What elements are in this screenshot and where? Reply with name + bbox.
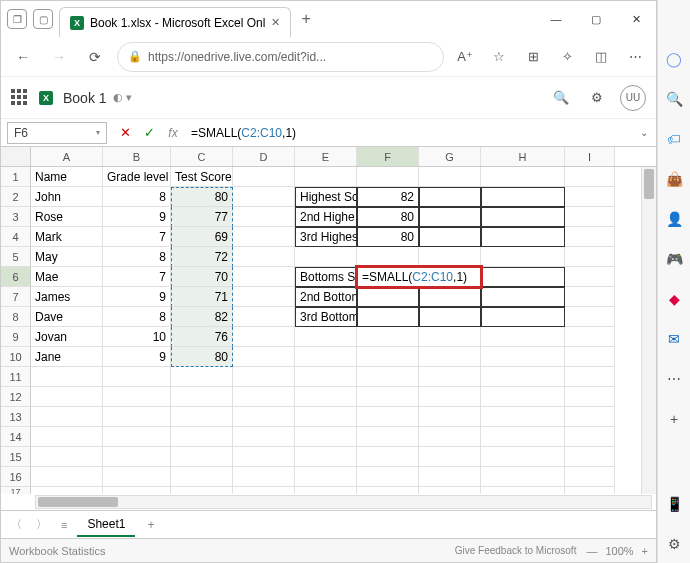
cell[interactable] xyxy=(419,247,481,267)
back-button[interactable]: ← xyxy=(9,43,37,71)
cell[interactable] xyxy=(233,227,295,247)
cell[interactable] xyxy=(103,467,171,487)
cell[interactable]: James xyxy=(31,287,103,307)
cell[interactable] xyxy=(481,447,565,467)
cell[interactable] xyxy=(481,227,565,247)
cell[interactable] xyxy=(419,207,481,227)
cell[interactable] xyxy=(565,327,615,347)
games-icon[interactable]: 🎮 xyxy=(665,250,683,268)
row-header[interactable]: 10 xyxy=(1,347,31,367)
cell[interactable] xyxy=(481,367,565,387)
cell[interactable] xyxy=(295,467,357,487)
cell[interactable] xyxy=(233,487,295,494)
cell[interactable] xyxy=(481,247,565,267)
cell[interactable]: 80 xyxy=(171,187,233,207)
cell[interactable] xyxy=(481,387,565,407)
collections-icon[interactable]: ✧ xyxy=(554,44,580,70)
cell[interactable] xyxy=(233,427,295,447)
row-header[interactable]: 13 xyxy=(1,407,31,427)
cell[interactable] xyxy=(357,387,419,407)
cell[interactable] xyxy=(481,167,565,187)
cell[interactable] xyxy=(565,367,615,387)
workspace-icon[interactable]: ❐ xyxy=(7,9,27,29)
people-icon[interactable]: 👤 xyxy=(665,210,683,228)
cell[interactable] xyxy=(357,247,419,267)
row-header[interactable]: 11 xyxy=(1,367,31,387)
cell[interactable] xyxy=(481,407,565,427)
cell[interactable] xyxy=(481,287,565,307)
col-header[interactable]: B xyxy=(103,147,171,166)
cell[interactable] xyxy=(357,467,419,487)
horizontal-scrollbar[interactable] xyxy=(35,495,652,509)
cell[interactable]: 3rd Bottom xyxy=(295,307,357,327)
menu-icon[interactable]: ⋯ xyxy=(622,44,648,70)
row-header[interactable]: 9 xyxy=(1,327,31,347)
cell[interactable] xyxy=(481,487,565,494)
cell[interactable] xyxy=(295,387,357,407)
cell[interactable] xyxy=(357,427,419,447)
cell[interactable]: Name xyxy=(31,167,103,187)
cell[interactable] xyxy=(419,327,481,347)
cell[interactable] xyxy=(103,387,171,407)
cell[interactable] xyxy=(565,247,615,267)
row-header[interactable]: 6 xyxy=(1,267,31,287)
cell[interactable] xyxy=(565,287,615,307)
cell[interactable]: 71 xyxy=(171,287,233,307)
cell[interactable] xyxy=(565,187,615,207)
cell[interactable]: Rose xyxy=(31,207,103,227)
row-header[interactable]: 15 xyxy=(1,447,31,467)
cell[interactable] xyxy=(419,347,481,367)
cell[interactable] xyxy=(233,287,295,307)
cell[interactable] xyxy=(565,467,615,487)
row-header[interactable]: 8 xyxy=(1,307,31,327)
row-header[interactable]: 16 xyxy=(1,467,31,487)
cell[interactable] xyxy=(171,367,233,387)
row-header[interactable]: 3 xyxy=(1,207,31,227)
cell[interactable] xyxy=(419,387,481,407)
cell[interactable]: 80 xyxy=(357,227,419,247)
cell[interactable]: 2nd Bottom xyxy=(295,287,357,307)
col-header[interactable]: I xyxy=(565,147,615,166)
outlook-icon[interactable]: ✉ xyxy=(665,330,683,348)
cell[interactable] xyxy=(565,227,615,247)
cell[interactable]: 8 xyxy=(103,187,171,207)
cell[interactable] xyxy=(565,167,615,187)
cell[interactable] xyxy=(481,267,565,287)
confirm-formula-button[interactable]: ✓ xyxy=(137,125,161,140)
cell[interactable] xyxy=(295,327,357,347)
cell[interactable] xyxy=(171,487,233,494)
cell[interactable]: 69 xyxy=(171,227,233,247)
spreadsheet-grid[interactable]: A B C D E F G H I 1 Name Grade level Tes… xyxy=(1,147,656,510)
cell[interactable] xyxy=(565,407,615,427)
row-header[interactable]: 7 xyxy=(1,287,31,307)
row-header[interactable]: 4 xyxy=(1,227,31,247)
zoom-out-button[interactable]: — xyxy=(586,545,597,557)
cell[interactable]: Bottoms S xyxy=(295,267,357,287)
document-title[interactable]: Book 1◐ ▾ xyxy=(63,90,132,106)
cell[interactable] xyxy=(419,187,481,207)
cell[interactable]: 80 xyxy=(357,207,419,227)
search-icon[interactable]: 🔍 xyxy=(548,85,574,111)
cell[interactable] xyxy=(295,407,357,427)
cell[interactable]: May xyxy=(31,247,103,267)
cell[interactable]: Mae xyxy=(31,267,103,287)
cell[interactable] xyxy=(419,367,481,387)
zoom-in-button[interactable]: + xyxy=(642,545,648,557)
cell[interactable] xyxy=(233,407,295,427)
cell[interactable] xyxy=(419,407,481,427)
sheet-nav-next[interactable]: 〉 xyxy=(32,517,51,532)
cell[interactable]: 80 xyxy=(171,347,233,367)
cell[interactable]: Dave xyxy=(31,307,103,327)
more-icon[interactable]: ⋯ xyxy=(665,370,683,388)
cell[interactable] xyxy=(171,447,233,467)
cell[interactable] xyxy=(31,407,103,427)
cell[interactable]: 72 xyxy=(171,247,233,267)
active-cell[interactable]: =SMALL(C2:C10,1) xyxy=(357,267,481,287)
cell[interactable] xyxy=(295,347,357,367)
col-header[interactable]: A xyxy=(31,147,103,166)
fx-button[interactable]: fx xyxy=(161,126,185,140)
cell[interactable] xyxy=(565,447,615,467)
maximize-button[interactable]: ▢ xyxy=(576,1,616,37)
cell[interactable] xyxy=(295,427,357,447)
url-input[interactable]: 🔒 https://onedrive.live.com/edit?id... xyxy=(117,42,444,72)
